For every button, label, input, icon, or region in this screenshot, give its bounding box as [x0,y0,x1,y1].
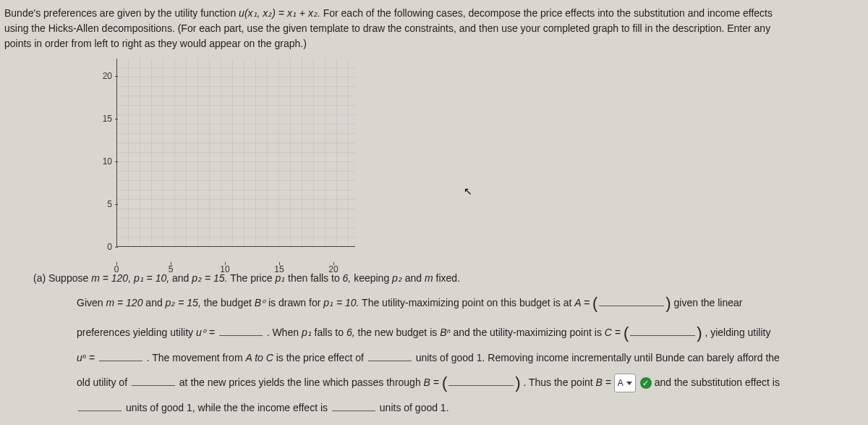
text: keeping [354,272,392,284]
point-B-dropdown[interactable]: A [614,374,636,393]
xtick-mark [225,262,226,265]
ytick-mark [115,247,118,248]
blank-un[interactable] [99,351,142,361]
ytick-5: 5 [95,199,112,209]
text: The price [230,272,275,284]
text: Bᵒ [255,297,265,308]
rparen-icon: ) [697,324,702,342]
plot-area[interactable] [116,59,355,247]
text: the new budget is [358,327,441,338]
blank-A[interactable] [599,296,664,306]
xtick-mark [333,262,334,265]
blank-sub-effect[interactable] [78,401,122,411]
blank-B[interactable] [448,376,514,386]
ytick-15: 15 [95,114,112,124]
xtick-mark [279,262,280,265]
text: at the new prices yields the line which … [179,376,424,388]
text: 6, [346,327,355,338]
xtick-0: 0 [114,264,119,274]
text: 6, [343,272,352,284]
prompt-text: points in order from left to right as th… [4,38,307,49]
prompt-text: Bunde's preferences are given by the uti… [4,7,239,19]
text: and the substitution effect is [655,376,780,388]
cursor-icon: ↖ [464,185,472,197]
text: B = [424,376,442,388]
utility-fn: u(x₁, x₂) = x₁ + x₂. [239,7,320,19]
text: fixed. [436,272,460,284]
ytick-10: 10 [95,156,112,167]
xtick-mark [171,262,171,265]
text: p₁ [302,327,312,338]
blank-income-effect[interactable] [332,401,375,411]
dropdown-value: A [618,375,624,392]
graph-template[interactable]: 0 5 10 15 20 0 5 10 15 20 ↖ [95,59,370,261]
xtick-10: 10 [220,264,229,274]
text: . Thus the point [523,376,595,388]
text: C = [605,327,624,338]
xtick-15: 15 [274,264,284,274]
rparen-icon: ) [515,374,520,392]
xtick-5: 5 [169,264,174,274]
text: Given [77,297,106,308]
text: p₁ = 10. [323,297,359,308]
ytick-mark [115,204,118,205]
ytick-0: 0 [95,242,112,252]
text: units of good 1, while the the income ef… [126,402,331,413]
blank-C[interactable] [630,326,695,336]
text: is drawn for [268,297,323,308]
text: . When [267,327,302,338]
text: m [425,272,433,284]
part-a: (a) Suppose m = 120, p₁ = 10, and p₂ = 1… [33,269,864,417]
rparen-icon: ) [665,294,671,312]
ytick-20: 20 [95,71,112,81]
text: falls to [315,327,346,338]
ytick-mark [115,76,118,77]
chevron-down-icon [626,382,632,385]
text: uᵒ = [196,327,218,338]
correct-check-icon: ✓ [640,377,652,389]
text: (a) Suppose [33,272,91,284]
answer-body: Given m = 120 and p₂ = 15, the budget Bᵒ… [77,288,864,418]
text: . The movement from [147,352,246,363]
blank-uo[interactable] [219,326,263,336]
lparen-icon: ( [442,374,447,392]
text: and [145,297,165,308]
ytick-mark [115,161,118,162]
text: and [405,272,425,284]
lparen-icon: ( [592,294,597,312]
part-a-intro: (a) Suppose m = 120, p₁ = 10, and p₂ = 1… [33,269,864,288]
text: A to C [245,352,273,363]
text: units of good 1. [380,402,449,413]
text: Bⁿ [440,327,450,338]
text: The utility-maximizing point on this bud… [362,297,574,308]
text: preferences yielding utility [77,327,196,338]
text: the budget [204,297,255,308]
text: and [172,272,192,284]
text: given the linear [674,297,743,308]
text: units of good 1. Removing income increme… [416,352,780,363]
lparen-icon: ( [624,324,629,342]
xtick-20: 20 [328,264,338,274]
prompt-text: using the Hicks-Allen decompositions. (F… [4,22,770,34]
text: B = [596,376,614,388]
text: m = 120 [106,297,142,308]
text: uⁿ = [77,352,98,363]
text: old utility of [77,376,130,388]
text: A = [574,297,592,308]
ytick-mark [115,119,118,119]
question-prompt: Bunde's preferences are given by the uti… [4,6,864,51]
text: is the price effect of [276,352,367,363]
text: p₂ = 15, [166,297,201,308]
text: m = 120, p₁ = 10, [91,272,169,284]
blank-price-effect[interactable] [368,351,412,361]
text: , yielding utility [705,327,770,338]
text: p₂ [392,272,402,284]
text: and the utility-maximizing point is [453,327,604,338]
blank-old-utility[interactable] [132,376,175,386]
prompt-text: For each of the following cases, decompo… [323,7,773,19]
xtick-mark [116,262,117,265]
